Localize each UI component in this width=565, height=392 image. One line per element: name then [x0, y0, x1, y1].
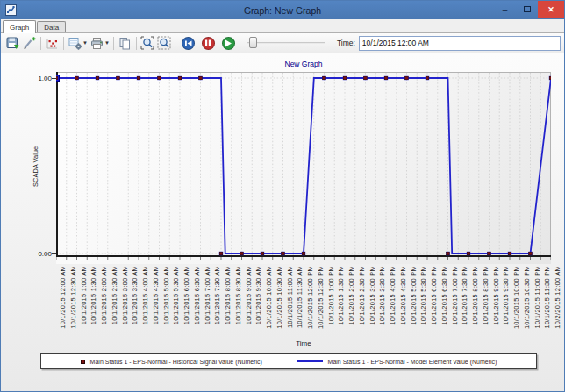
tab-strip: Graph Data — [1, 19, 564, 33]
x-tick-label: 10/1/2015 2:00 AM — [100, 266, 108, 324]
observed-data-button[interactable] — [44, 35, 61, 51]
zoom-extents-button[interactable] — [139, 35, 156, 51]
x-tick-label: 10/1/2015 2:00 PM — [347, 266, 355, 325]
x-tick-label: 10/1/2015 3:30 PM — [378, 266, 386, 325]
x-tick-label: 10/1/2015 10:30 AM — [275, 266, 283, 329]
chart-options-icon — [68, 37, 82, 50]
x-tick-label: 10/1/2015 1:30 AM — [89, 266, 97, 324]
line-sample-icon — [297, 360, 323, 362]
x-tick-label: 10/1/2015 1:00 PM — [327, 266, 335, 325]
printer-icon — [90, 37, 104, 50]
x-tick-label: 10/1/2015 3:00 PM — [368, 266, 376, 325]
x-tick-label: 10/1/2015 10:30 PM — [523, 266, 531, 329]
chart-options-button[interactable] — [67, 35, 83, 51]
zoom-window-icon — [157, 36, 171, 50]
y-tick-label-0: 0.00 — [24, 250, 52, 258]
legend-item-model: Main Status 1 - EPS-Normal - Model Eleme… — [297, 359, 497, 365]
graph-window: Graph: New Graph – ✕ Graph Data — [0, 0, 565, 392]
x-tick-label: 10/2/2015 12:00 AM — [554, 266, 561, 329]
play-button[interactable] — [222, 37, 235, 50]
x-tick-label: 10/1/2015 7:00 PM — [451, 266, 459, 325]
zoom-window-button[interactable] — [156, 35, 173, 51]
x-tick-label: 10/1/2015 8:00 PM — [471, 266, 479, 325]
x-tick-label: 10/1/2015 4:30 PM — [399, 266, 407, 325]
y-tick-label-1: 1.00 — [24, 75, 52, 82]
x-tick-label: 10/1/2015 6:00 AM — [182, 266, 190, 324]
x-tick-label: 10/1/2015 1:30 PM — [337, 266, 345, 325]
toolbar-separator — [40, 37, 41, 50]
observed-data-icon — [46, 37, 59, 50]
x-tick-label: 10/1/2015 6:30 AM — [193, 266, 201, 324]
tab-data[interactable]: Data — [37, 21, 66, 32]
x-tick-label: 10/1/2015 11:00 AM — [286, 266, 294, 328]
x-tick-label: 10/1/2015 12:30 AM — [69, 266, 77, 329]
x-tick-label: 10/1/2015 7:30 AM — [213, 266, 221, 324]
window-title: Graph: New Graph — [1, 5, 564, 16]
toolbar-separator — [63, 37, 64, 50]
x-tick-label: 10/1/2015 6:00 PM — [430, 266, 438, 325]
toolbar: ▼ ▼ — [1, 33, 564, 53]
x-axis-title: Time — [56, 339, 551, 347]
tab-graph[interactable]: Graph — [3, 20, 36, 33]
toolbar-separator — [136, 37, 137, 50]
y-axis-title: SCADA Value — [32, 146, 39, 187]
x-tick-label: 10/1/2015 7:30 PM — [461, 266, 468, 325]
x-tick-label: 10/1/2015 3:30 AM — [131, 266, 139, 324]
x-tick-label: 10/1/2015 10:00 AM — [265, 266, 273, 329]
legend-label-model: Main Status 1 - EPS-Normal - Model Eleme… — [328, 359, 497, 365]
x-tick-label: 10/1/2015 11:30 PM — [543, 266, 551, 329]
x-tick-label: 10/1/2015 3:00 AM — [121, 266, 129, 324]
pause-icon — [204, 39, 211, 46]
save-graph-button[interactable] — [4, 35, 21, 51]
x-tick-label: 10/1/2015 9:30 PM — [502, 266, 510, 325]
zoom-extents-icon — [140, 36, 154, 50]
x-tick-label: 10/1/2015 2:30 PM — [358, 266, 366, 325]
x-tick-label: 10/1/2015 9:00 PM — [492, 266, 500, 325]
chart-panel: New Graph 1.00 0.00 SCADA Value 10/1/201… — [1, 53, 564, 392]
legend-label-historical: Main Status 1 - EPS-Normal - Historical … — [90, 359, 262, 365]
plot-area[interactable] — [56, 72, 551, 264]
x-tick-label: 10/1/2015 4:00 AM — [141, 266, 149, 324]
x-tick-label: 10/1/2015 2:30 AM — [111, 266, 118, 324]
copy-button[interactable] — [117, 35, 133, 51]
legend-item-historical: Main Status 1 - EPS-Normal - Historical … — [81, 359, 262, 365]
x-tick-label: 10/1/2015 12:00 PM — [306, 266, 314, 329]
x-tick-label: 10/1/2015 5:30 AM — [172, 266, 180, 324]
time-input[interactable] — [359, 36, 561, 51]
x-tick-label: 10/1/2015 5:00 PM — [410, 266, 418, 325]
copy-icon — [118, 37, 132, 50]
x-tick-label: 10/1/2015 12:00 AM — [59, 266, 67, 329]
pause-button[interactable] — [202, 37, 215, 50]
legend: Main Status 1 - EPS-Normal - Historical … — [40, 353, 537, 369]
time-slider-thumb[interactable] — [249, 37, 257, 48]
add-to-graph-button[interactable] — [21, 35, 38, 51]
x-tick-label: 10/1/2015 8:30 AM — [234, 266, 242, 324]
pen-plus-icon — [23, 37, 36, 50]
square-marker-icon — [81, 360, 85, 364]
title-bar: Graph: New Graph – ✕ — [1, 1, 564, 19]
time-slider[interactable] — [247, 36, 325, 50]
skip-to-start-button[interactable] — [182, 37, 195, 50]
y-tick-mark — [52, 78, 56, 79]
play-icon — [225, 39, 232, 47]
x-tick-label: 10/1/2015 6:30 PM — [440, 266, 448, 325]
print-dropdown[interactable]: ▼ — [104, 40, 110, 46]
toolbar-separator — [113, 37, 114, 50]
chart-title: New Graph — [56, 60, 551, 68]
x-tick-label: 10/1/2015 11:30 AM — [296, 266, 304, 328]
x-tick-label: 10/1/2015 8:00 AM — [224, 266, 232, 324]
skip-to-start-icon — [184, 39, 192, 47]
chart-options-dropdown[interactable]: ▼ — [82, 40, 88, 46]
x-tick-label: 10/1/2015 11:00 PM — [533, 266, 541, 329]
time-label: Time: — [337, 39, 355, 47]
save-icon — [6, 37, 19, 50]
x-tick-label: 10/1/2015 9:00 AM — [245, 266, 253, 324]
y-tick-mark — [52, 253, 56, 254]
x-tick-label: 10/1/2015 9:30 AM — [254, 266, 262, 324]
x-tick-label: 10/1/2015 1:00 AM — [80, 266, 88, 324]
x-tick-label: 10/1/2015 4:30 AM — [152, 266, 160, 324]
x-tick-label: 10/1/2015 12:30 PM — [317, 266, 325, 329]
x-tick-label: 10/1/2015 8:30 PM — [482, 266, 490, 325]
print-button[interactable] — [89, 35, 105, 51]
x-tick-label: 10/1/2015 5:00 AM — [162, 266, 170, 324]
